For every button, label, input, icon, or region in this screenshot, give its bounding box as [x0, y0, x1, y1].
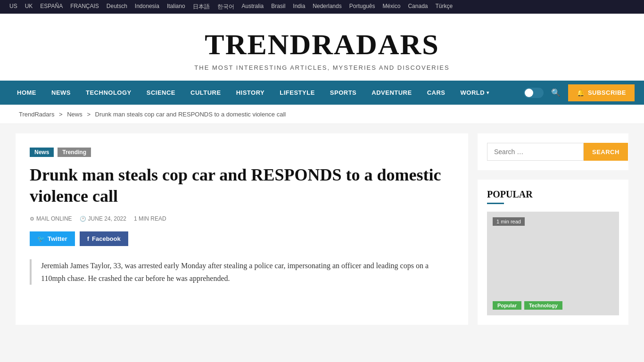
bell-icon: 🔔 — [577, 89, 585, 97]
nav-item-adventure[interactable]: ADVENTURE — [364, 81, 419, 105]
tag-news[interactable]: News — [30, 148, 54, 157]
topbar-link-português[interactable]: Português — [349, 3, 375, 11]
theme-toggle-knob — [525, 89, 533, 97]
popular-card: 1 min read Popular Technology — [487, 212, 619, 315]
topbar-link-日本語[interactable]: 日本語 — [193, 3, 210, 11]
breadcrumb-home[interactable]: TrendRadars — [19, 111, 54, 118]
search-button[interactable]: SEARCH — [584, 143, 628, 161]
article-read-time: 1 MIN READ — [134, 215, 166, 222]
popular-underline — [487, 203, 504, 204]
date-value: JUNE 24, 2022 — [88, 215, 126, 222]
nav-items: HOMENEWSTECHNOLOGYSCIENCECULTUREHISTORYL… — [9, 81, 524, 105]
topbar-link-canada[interactable]: Canada — [408, 3, 428, 11]
article-body: Jeremiah James Taylor, 33, was arrested … — [30, 259, 454, 285]
share-twitter-button[interactable]: 🐦 Twitter — [30, 231, 75, 246]
topbar-link-italiano[interactable]: Italiano — [167, 3, 185, 11]
share-facebook-button[interactable]: f Facebook — [80, 231, 128, 246]
nav-item-science[interactable]: SCIENCE — [139, 81, 183, 105]
topbar-link-uk[interactable]: UK — [25, 3, 33, 11]
breadcrumb-section[interactable]: News — [67, 111, 83, 118]
site-tagline: THE MOST INTERESTING ARTICLES, MYSTERIES… — [9, 64, 635, 71]
topbar-link-españa[interactable]: ESPAÑA — [40, 3, 63, 11]
nav-controls: 🔍 🔔 SUBSCRIBE — [524, 84, 635, 101]
search-widget: SEARCH — [478, 133, 628, 170]
site-title: TRENDRADARS — [9, 28, 635, 61]
author-icon: ⚙ — [30, 216, 34, 222]
topbar-link-indonesia[interactable]: Indonesia — [135, 3, 159, 11]
subscribe-button[interactable]: 🔔 SUBSCRIBE — [568, 84, 635, 101]
topbar-link-deutsch[interactable]: Deutsch — [107, 3, 127, 11]
popular-card-tags: Popular Technology — [493, 301, 562, 310]
subscribe-label: SUBSCRIBE — [588, 89, 626, 96]
nav-item-technology[interactable]: TECHNOLOGY — [78, 81, 139, 105]
article-meta: ⚙ MAIL ONLINE 🕐 JUNE 24, 2022 1 MIN READ — [30, 215, 454, 222]
nav-item-culture[interactable]: CULTURE — [183, 81, 229, 105]
topbar-link-australia[interactable]: Australia — [242, 3, 264, 11]
article-title: Drunk man steals cop car and RESPONDS to… — [30, 165, 454, 207]
topbar-link-brasil[interactable]: Brasil — [271, 3, 285, 11]
nav-item-world[interactable]: WORLD▾ — [453, 81, 497, 105]
nav-item-sports[interactable]: SPORTS — [322, 81, 364, 105]
breadcrumb-sep2: > — [87, 111, 91, 118]
popular-widget: POPULAR 1 min read Popular Technology — [478, 180, 628, 325]
site-header: TRENDRADARS THE MOST INTERESTING ARTICLE… — [0, 14, 644, 81]
topbar-link-nederlands[interactable]: Nederlands — [313, 3, 341, 11]
topbar-link-français[interactable]: FRANÇAIS — [70, 3, 99, 11]
chevron-down-icon: ▾ — [487, 90, 489, 95]
facebook-icon: f — [87, 235, 89, 242]
top-bar: USUKESPAÑAFRANÇAISDeutschIndonesiaItalia… — [0, 0, 644, 14]
nav-item-home[interactable]: HOME — [9, 81, 44, 105]
topbar-link-한국어[interactable]: 한국어 — [217, 3, 234, 11]
popular-title: POPULAR — [487, 189, 619, 200]
article-author: ⚙ MAIL ONLINE — [30, 215, 72, 222]
nav-item-news[interactable]: NEWS — [44, 81, 78, 105]
article-paragraph: Jeremiah James Taylor, 33, was arrested … — [41, 259, 454, 285]
clock-icon: 🕐 — [80, 216, 86, 222]
article-main: News Trending Drunk man steals cop car a… — [16, 133, 468, 325]
breadcrumb: TrendRadars > News > Drunk man steals co… — [0, 105, 644, 124]
nav-item-history[interactable]: HISTORY — [229, 81, 272, 105]
tag-trending[interactable]: Trending — [58, 148, 91, 157]
article-date: 🕐 JUNE 24, 2022 — [80, 215, 126, 222]
search-icon[interactable]: 🔍 — [549, 86, 562, 99]
popular-tag-technology: Technology — [524, 301, 562, 310]
breadcrumb-sep1: > — [59, 111, 63, 118]
topbar-link-méxico[interactable]: México — [382, 3, 400, 11]
breadcrumb-article: Drunk man steals cop car and RESPONDS to… — [95, 111, 286, 118]
popular-tag-popular: Popular — [493, 301, 521, 310]
author-name: MAIL ONLINE — [36, 215, 72, 222]
topbar-link-india[interactable]: India — [293, 3, 305, 11]
popular-read-time: 1 min read — [493, 217, 525, 226]
nav-item-cars[interactable]: CARS — [420, 81, 453, 105]
main-nav: HOMENEWSTECHNOLOGYSCIENCECULTUREHISTORYL… — [0, 81, 644, 105]
nav-item-lifestyle[interactable]: LIFESTYLE — [272, 81, 322, 105]
theme-toggle-button[interactable] — [524, 88, 544, 98]
sidebar: SEARCH POPULAR 1 min read Popular Techno… — [478, 133, 628, 325]
article-tags: News Trending — [30, 148, 454, 157]
topbar-link-türkçe[interactable]: Türkçe — [435, 3, 453, 11]
twitter-label: Twitter — [48, 235, 67, 242]
search-input[interactable] — [487, 143, 584, 161]
topbar-link-us[interactable]: US — [9, 3, 17, 11]
facebook-label: Facebook — [92, 235, 121, 242]
social-share: 🐦 Twitter f Facebook — [30, 231, 454, 246]
twitter-icon: 🐦 — [37, 235, 45, 242]
page-content: News Trending Drunk man steals cop car a… — [6, 133, 638, 325]
